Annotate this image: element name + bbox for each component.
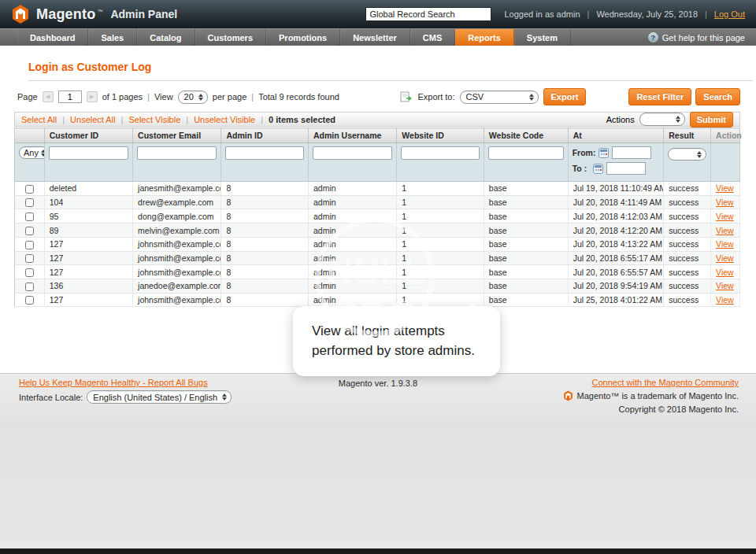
row-checkbox[interactable] — [25, 296, 34, 305]
cell: Jul 25, 2018 4:01:22 AM — [568, 293, 664, 307]
column-header-result[interactable]: Result — [664, 128, 711, 143]
nav-tab-promotions[interactable]: Promotions — [266, 29, 340, 46]
admin-id-filter-input[interactable] — [225, 146, 304, 160]
from-date-input[interactable] — [612, 146, 651, 159]
nav-tab-cms[interactable]: CMS — [410, 29, 455, 46]
cell: success — [664, 237, 711, 251]
nav-tab-catalog[interactable]: Catalog — [137, 29, 195, 46]
row-checkbox[interactable] — [25, 241, 34, 249]
select-arrows-icon — [529, 94, 534, 101]
export-format-value: CSV — [466, 92, 484, 102]
massaction-select-visible[interactable]: Select Visible — [128, 115, 180, 124]
row-checkbox[interactable] — [25, 198, 34, 207]
row-checkbox[interactable] — [25, 185, 34, 194]
select-arrows-icon — [198, 94, 203, 101]
view-link[interactable]: View — [716, 253, 734, 263]
interface-locale-select[interactable]: English (United States) / English — [87, 390, 232, 404]
get-help-link[interactable]: ? Get help for this page — [648, 29, 756, 46]
nav-tab-dashboard[interactable]: Dashboard — [17, 29, 88, 46]
separator: | — [251, 92, 254, 102]
view-link[interactable]: View — [716, 281, 734, 290]
cell: admin — [308, 223, 396, 238]
cell: 89 — [44, 223, 132, 238]
column-header-admin-id[interactable]: Admin ID — [221, 128, 309, 143]
row-checkbox[interactable] — [25, 283, 34, 291]
nav-tab-sales[interactable]: Sales — [88, 29, 137, 46]
actions-select[interactable] — [639, 113, 685, 126]
cell: admin — [308, 182, 396, 196]
nav-tab-customers[interactable]: Customers — [195, 29, 266, 46]
view-label: View — [154, 92, 173, 102]
page-header: Login as Customer Log — [28, 46, 753, 81]
search-button[interactable]: Search — [695, 88, 740, 105]
view-link[interactable]: View — [716, 226, 734, 235]
cell: Jul 20, 2018 4:12:20 AM — [568, 223, 664, 238]
from-calendar-icon[interactable] — [598, 148, 609, 158]
admin-username-filter-input[interactable] — [313, 146, 392, 160]
website-id-filter-input[interactable] — [401, 146, 480, 160]
view-link[interactable]: View — [716, 239, 734, 249]
view-link[interactable]: View — [716, 295, 734, 305]
reset-filter-button[interactable]: Reset Filter — [628, 88, 691, 105]
massaction-select-all[interactable]: Select All — [21, 115, 57, 124]
result-filter-select[interactable] — [668, 148, 706, 161]
nav-tab-system[interactable]: System — [514, 29, 571, 46]
global-search-input[interactable] — [365, 7, 491, 21]
column-header-website-code[interactable]: Website Code — [484, 128, 568, 143]
logged-in-text: Logged in as admin — [505, 9, 580, 19]
community-link[interactable]: Connect with the Magento Community — [592, 378, 739, 387]
to-calendar-icon[interactable] — [593, 164, 603, 174]
total-pages-label: of 1 pages — [102, 92, 143, 102]
row-checkbox[interactable] — [25, 254, 34, 263]
row-checkbox[interactable] — [25, 227, 34, 235]
customer-id-filter-input[interactable] — [49, 146, 128, 160]
cell: 95 — [44, 209, 132, 223]
to-label: To : — [573, 164, 587, 173]
cell: admin — [308, 293, 396, 307]
trademark-text: Magento™ is a trademark of Magento Inc. — [577, 391, 739, 401]
footer: Help Us Keep Magento Healthy - Report Al… — [0, 373, 756, 554]
column-header-at[interactable]: At — [568, 128, 664, 143]
submit-button[interactable]: Submit — [690, 112, 733, 127]
view-link[interactable]: View — [716, 183, 734, 193]
per-page-select[interactable]: 20 — [178, 90, 208, 104]
column-header-customer-email[interactable]: Customer Email — [133, 128, 221, 143]
view-link[interactable]: View — [716, 212, 734, 221]
column-header-admin-username[interactable]: Admin Username — [308, 128, 396, 143]
to-date-input[interactable] — [606, 162, 646, 175]
logout-link[interactable]: Log Out — [714, 9, 745, 19]
column-header-customer-id[interactable]: Customer ID — [44, 128, 132, 143]
brand-name: Magento — [36, 6, 95, 23]
export-format-select[interactable]: CSV — [460, 90, 539, 104]
cell: 127 — [44, 251, 132, 265]
view-link[interactable]: View — [716, 198, 734, 207]
cell: success — [664, 293, 711, 307]
cell: 1 — [397, 279, 484, 294]
next-page-button[interactable]: ▶ — [87, 91, 98, 102]
main-nav: DashboardSalesCatalogCustomersPromotions… — [0, 28, 756, 46]
previous-page-button[interactable]: ◀ — [43, 91, 54, 102]
row-checkbox[interactable] — [25, 212, 34, 221]
row-checkbox[interactable] — [25, 268, 34, 277]
magento-admin-screen: Magento ™ Admin Panel Logged in as admin… — [0, 0, 756, 554]
cell: johnsmith@example.com — [133, 251, 221, 265]
view-link[interactable]: View — [716, 268, 734, 277]
cell: base — [484, 223, 568, 238]
massaction-unselect-all[interactable]: Unselect All — [70, 115, 115, 124]
table-row: 127johnsmith@example.com8admin1baseJul 2… — [15, 265, 740, 279]
export-button[interactable]: Export — [543, 88, 587, 105]
footer-right: Connect with the Magento Community Magen… — [563, 378, 739, 414]
actions-controls: Actions Submit — [606, 112, 733, 127]
page-number-input[interactable] — [58, 90, 82, 103]
nav-tab-newsletter[interactable]: Newsletter — [340, 29, 410, 46]
any-filter-select[interactable]: Any — [19, 146, 44, 159]
bottom-strip — [0, 548, 756, 554]
page-label: Page — [17, 92, 38, 102]
massaction-unselect-visible[interactable]: Unselect Visible — [194, 115, 255, 124]
nav-tab-reports[interactable]: Reports — [455, 29, 514, 46]
customer-email-filter-input[interactable] — [137, 146, 217, 160]
cell: 1 — [397, 209, 484, 223]
select-arrows-icon — [222, 393, 227, 401]
website-code-filter-input[interactable] — [488, 146, 564, 160]
column-header-website-id[interactable]: Website ID — [397, 128, 484, 143]
